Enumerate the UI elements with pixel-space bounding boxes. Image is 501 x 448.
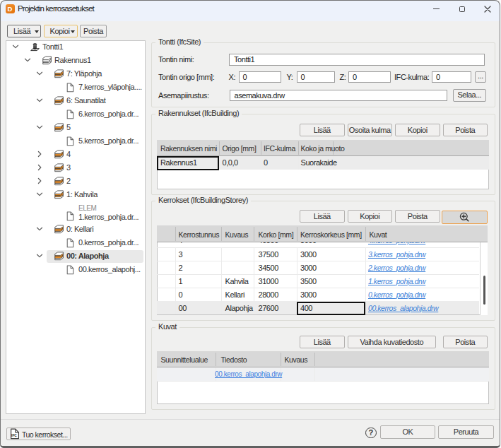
svg-text:IFC: IFC [11,434,17,437]
